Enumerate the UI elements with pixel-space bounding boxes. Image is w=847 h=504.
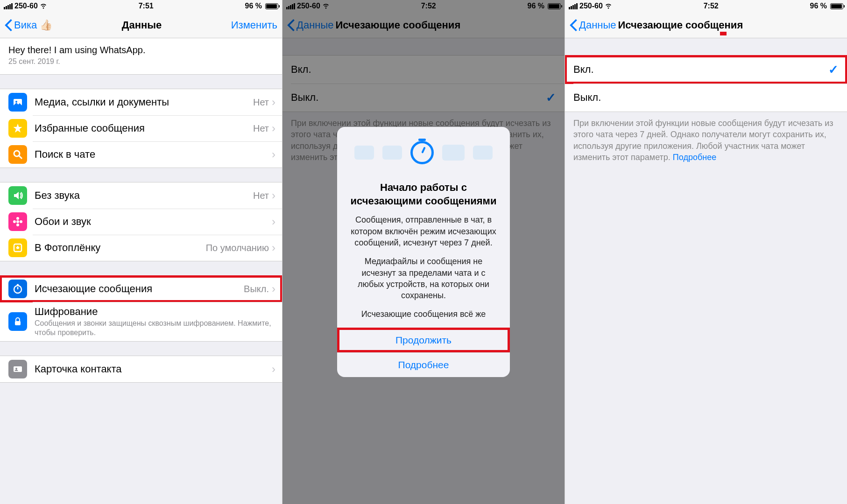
row-label: Карточка контакта <box>35 363 272 375</box>
star-icon <box>8 119 27 138</box>
option-label: Вкл. <box>573 63 594 76</box>
row-label: Поиск в чате <box>35 148 272 161</box>
about-block[interactable]: Hey there! I am using WhatsApp. 25 сент.… <box>0 38 282 75</box>
nav-bar: Данные Исчезающие сообщения <box>565 12 847 38</box>
chevron-right-icon: › <box>272 215 275 228</box>
clock-label: 7:52 <box>704 2 719 10</box>
back-label: Вика 👍🏻 <box>14 19 52 31</box>
download-icon <box>8 238 27 257</box>
svg-rect-11 <box>15 321 21 325</box>
row-label: Обои и звук <box>35 216 272 228</box>
row-media[interactable]: Медиа, ссылки и документы Нет › <box>0 89 282 115</box>
battery-percent: 96 % <box>245 2 262 10</box>
svg-point-2 <box>14 151 20 156</box>
chevron-right-icon: › <box>272 189 275 202</box>
modal-title: Начало работы с исчезающими сообщениями <box>337 178 510 214</box>
screen-disappearing-enabled: 250-60 7:52 96 % Данные Исчезающие сообщ… <box>565 0 847 504</box>
chat-bubble-icon <box>473 146 493 160</box>
row-label: Медиа, ссылки и документы <box>35 96 253 108</box>
wifi-icon <box>40 2 47 11</box>
edit-button[interactable]: Изменить <box>231 19 277 31</box>
about-text: Hey there! I am using WhatsApp. <box>8 45 274 56</box>
chevron-right-icon: › <box>272 363 275 376</box>
option-off[interactable]: Выкл. <box>565 84 847 112</box>
back-button[interactable]: Вика 👍🏻 <box>5 19 52 31</box>
about-date: 25 сент. 2019 г. <box>8 57 274 66</box>
row-wallpaper[interactable]: Обои и звук › <box>0 209 282 235</box>
search-icon <box>8 145 27 164</box>
row-label: Шифрование <box>35 306 275 318</box>
chat-bubble-icon <box>382 146 402 160</box>
row-mute[interactable]: Без звука Нет › <box>0 182 282 209</box>
svg-point-6 <box>16 224 19 226</box>
nav-bar: Вика 👍🏻 Данные Изменить <box>0 12 282 38</box>
chevron-right-icon: › <box>272 282 275 295</box>
flower-icon <box>8 212 27 231</box>
row-contact-card[interactable]: Карточка контакта › <box>0 356 282 382</box>
svg-point-1 <box>15 101 17 103</box>
row-label: Избранные сообщения <box>35 122 253 134</box>
check-icon: ✓ <box>828 63 839 77</box>
chevron-right-icon: › <box>272 122 275 135</box>
chevron-right-icon: › <box>272 148 275 161</box>
intro-modal: Начало работы с исчезающими сообщениями … <box>337 127 510 377</box>
learn-more-link[interactable]: Подробнее <box>673 153 716 162</box>
screen-contact-data: 250-60 7:51 96 % Вика 👍🏻 Данные Изменить… <box>0 0 282 504</box>
wifi-icon <box>605 2 612 11</box>
modal-overlay: Начало работы с исчезающими сообщениями … <box>282 0 565 504</box>
photo-icon <box>8 93 27 112</box>
svg-rect-12 <box>14 366 22 372</box>
row-value: Нет <box>253 190 269 201</box>
status-bar: 250-60 7:51 96 % <box>0 0 282 12</box>
speaker-icon <box>8 186 27 205</box>
row-encryption[interactable]: Шифрование Сообщения и звонки защищены с… <box>0 302 282 341</box>
page-title: Данные <box>52 19 231 31</box>
row-save-media[interactable]: В Фотоплёнку По умолчанию › <box>0 235 282 261</box>
chat-bubble-icon <box>442 145 465 161</box>
chevron-left-icon <box>5 19 12 31</box>
battery-percent: 96 % <box>810 2 827 10</box>
row-label: В Фотоплёнку <box>35 242 206 254</box>
signal-icon <box>569 3 578 9</box>
svg-line-3 <box>19 156 22 159</box>
row-starred[interactable]: Избранные сообщения Нет › <box>0 115 282 141</box>
row-value: Нет <box>253 123 269 134</box>
row-value: По умолчанию <box>206 243 269 253</box>
page-title: Исчезающие сообщения <box>616 19 842 31</box>
carrier-label: 250-60 <box>14 2 38 10</box>
timer-icon <box>410 141 434 164</box>
row-subtitle: Сообщения и звонки защищены сквозным шиф… <box>35 319 275 337</box>
svg-point-7 <box>13 220 16 223</box>
modal-illustration <box>337 127 510 178</box>
timer-icon <box>8 280 27 298</box>
row-label: Без звука <box>35 189 253 202</box>
option-label: Выкл. <box>573 91 601 104</box>
clock-label: 7:51 <box>139 2 154 10</box>
modal-body-3: Исчезающие сообщения всё же <box>337 308 510 327</box>
svg-point-13 <box>15 368 17 370</box>
chevron-right-icon: › <box>272 241 275 254</box>
chat-bubble-icon <box>354 146 374 160</box>
annotation-mark <box>720 32 727 35</box>
screen-disappearing-modal: 250-60 7:52 96 % Данные Исчезающие сообщ… <box>282 0 565 504</box>
continue-button[interactable]: Продолжить <box>337 328 510 352</box>
carrier-label: 250-60 <box>579 2 603 10</box>
option-on[interactable]: Вкл. ✓ <box>565 56 847 84</box>
learn-more-button[interactable]: Подробнее <box>337 352 510 377</box>
modal-body-2: Медиафайлы и сообщения не исчезнут за пр… <box>337 256 510 308</box>
footer-description: При включении этой функции новые сообщен… <box>565 112 847 168</box>
row-disappearing[interactable]: Исчезающие сообщения Выкл. › <box>0 276 282 302</box>
svg-point-4 <box>16 220 19 223</box>
chevron-right-icon: › <box>272 96 275 109</box>
modal-body-1: Сообщения, отправленные в чат, в котором… <box>337 214 510 256</box>
row-value: Выкл. <box>244 284 269 294</box>
chevron-left-icon <box>570 19 577 31</box>
back-button[interactable]: Данные <box>570 19 616 31</box>
battery-icon <box>830 3 843 9</box>
row-label: Исчезающие сообщения <box>35 283 244 295</box>
signal-icon <box>4 3 13 9</box>
row-search[interactable]: Поиск в чате › <box>0 141 282 168</box>
back-label: Данные <box>579 19 616 31</box>
battery-icon <box>265 3 278 9</box>
contact-card-icon <box>8 360 27 378</box>
